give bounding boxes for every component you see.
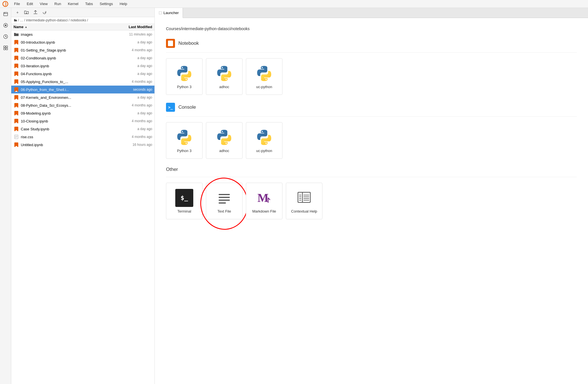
file-modified: a day ago [107, 56, 152, 60]
notebook-section-icon [166, 39, 175, 48]
file-icon [14, 47, 19, 53]
file-icon [14, 79, 19, 84]
file-row[interactable]: Case Study.ipynba day ago [11, 125, 154, 133]
contextual-card[interactable]: Contextual Help [286, 183, 322, 219]
console-card-grid: Python 3 adhoc uc-python [166, 122, 577, 159]
upload-btn[interactable] [32, 9, 39, 16]
sort-modified-col[interactable]: Last Modified [107, 25, 152, 29]
sidebar-running-btn[interactable] [2, 21, 10, 29]
file-icon [14, 126, 19, 132]
file-icon [14, 95, 19, 100]
card-label: Text File [217, 209, 231, 213]
file-row[interactable]: 02-Conditionals.ipynba day ago [11, 54, 154, 62]
terminal-card[interactable]: $_Terminal [166, 183, 203, 219]
file-panel: + / … / intermediate-python-datasci / no… [11, 8, 155, 384]
console-section: >_ Console Python 3 [166, 103, 577, 159]
other-card-grid: $_Terminal Text File M Markdown File [166, 183, 577, 219]
menu-run[interactable]: Run [53, 1, 62, 6]
console-card[interactable]: Python 3 [166, 122, 203, 159]
file-row[interactable]: 09-Modeling.ipynba day ago [11, 109, 154, 117]
file-name: rise.css [21, 135, 107, 139]
file-modified: 4 months ago [107, 119, 152, 123]
file-row[interactable]: 03-Iteration.ipynba day ago [11, 62, 154, 70]
file-toolbar: + [11, 8, 154, 17]
menu-tabs[interactable]: Tabs [84, 1, 94, 6]
card-label: Contextual Help [291, 209, 317, 213]
notebook-card[interactable]: adhoc [206, 58, 243, 95]
file-name: 05-Applying_Functions_to_... [21, 80, 107, 84]
file-modified: a day ago [107, 64, 152, 68]
menu-view[interactable]: View [39, 1, 49, 6]
new-launcher-btn[interactable]: + [14, 9, 21, 16]
menu-settings[interactable]: Settings [98, 1, 114, 6]
svg-rect-48 [298, 192, 310, 202]
file-row[interactable]: 10-Closing.ipynb4 months ago [11, 117, 154, 125]
file-row[interactable]: 04-Functions.ipynba day ago [11, 70, 154, 78]
file-row[interactable]: 06-Python_from_the_Shell.i...seconds ago [11, 86, 154, 93]
other-card-wrapper: $_Terminal [166, 183, 203, 219]
file-name: 00-Introduction.ipynb [21, 40, 107, 44]
svg-rect-8 [6, 48, 8, 50]
file-modified: 4 months ago [107, 135, 152, 139]
menubar: File Edit View Run Kernel Tabs Settings … [0, 0, 588, 8]
file-row[interactable]: 05-Applying_Functions_to_...4 months ago [11, 78, 154, 86]
main-container: + / … / intermediate-python-datasci / no… [0, 8, 588, 384]
file-row[interactable]: Untitled.ipynb16 hours ago [11, 141, 154, 149]
notebook-card[interactable]: uc-python [246, 58, 282, 95]
menu-edit[interactable]: Edit [26, 1, 34, 6]
file-icon [14, 71, 19, 77]
file-row[interactable]: rise.css4 months ago [11, 133, 154, 141]
file-name: 07-Kernels_and_Environmen... [21, 95, 107, 100]
console-card[interactable]: uc-python [246, 122, 282, 159]
card-label: adhoc [219, 149, 229, 153]
menu-file[interactable]: File [13, 1, 21, 6]
file-modified: a day ago [107, 111, 152, 115]
console-section-title: Console [178, 104, 196, 110]
file-modified: 16 hours ago [107, 143, 152, 147]
card-label: uc-python [256, 85, 272, 89]
terminal-icon: $_ [175, 189, 193, 207]
sidebar-extension-btn[interactable] [2, 44, 10, 52]
file-row[interactable]: 00-Introduction.ipynba day ago [11, 38, 154, 46]
launcher-tab[interactable]: ⬚ Launcher [155, 8, 183, 18]
notebook-card[interactable]: Python 3 [166, 58, 203, 95]
launcher-path: Courses/intermediate-python-datasci/note… [166, 26, 577, 31]
menu-help[interactable]: Help [118, 1, 128, 6]
app-logo [2, 1, 8, 7]
console-card[interactable]: adhoc [206, 122, 243, 159]
launcher-tab-icon: ⬚ [159, 11, 162, 15]
svg-point-3 [5, 24, 6, 26]
file-row[interactable]: 01-Setting_the_Stage.ipynb4 months ago [11, 46, 154, 54]
file-name: images [21, 32, 107, 37]
other-section-title: Other [166, 167, 178, 172]
file-icon [14, 39, 19, 45]
textfile-card[interactable]: Text File [206, 183, 243, 219]
markdown-card[interactable]: M Markdown File [246, 183, 282, 219]
sidebar-commands-btn[interactable] [2, 33, 10, 41]
sidebar-files-btn[interactable] [2, 10, 10, 18]
menu-kernel[interactable]: Kernel [67, 1, 80, 6]
refresh-btn[interactable] [41, 9, 48, 16]
sort-name-col[interactable]: Name ▲ [14, 25, 107, 29]
file-list-header: Name ▲ Last Modified [11, 24, 154, 30]
file-modified: 11 minutes ago [107, 32, 152, 36]
new-folder-btn[interactable] [23, 9, 30, 16]
file-row[interactable]: images11 minutes ago [11, 30, 154, 38]
notebook-section: Notebook Python 3 [166, 39, 577, 95]
other-card-wrapper: M Markdown File [246, 183, 282, 219]
file-modified: a day ago [107, 95, 152, 99]
icon-sidebar [0, 8, 11, 384]
file-row[interactable]: 07-Kernels_and_Environmen...a day ago [11, 93, 154, 101]
file-name: 04-Functions.ipynb [21, 72, 107, 76]
file-name: Untitled.ipynb [21, 143, 107, 147]
file-icon [14, 32, 19, 37]
svg-text:M: M [257, 191, 269, 204]
content-area: ⬚ Launcher Courses/intermediate-python-d… [155, 8, 588, 384]
file-modified: 4 months ago [107, 103, 152, 107]
sort-arrow-icon: ▲ [24, 25, 27, 28]
card-label: adhoc [219, 85, 229, 89]
file-row[interactable]: 08-Python_Data_Sci_Ecosys...4 months ago [11, 101, 154, 109]
file-list: images11 minutes ago 00-Introduction.ipy… [11, 30, 154, 384]
file-name: 09-Modeling.ipynb [21, 111, 107, 115]
file-modified: 4 months ago [107, 48, 152, 52]
